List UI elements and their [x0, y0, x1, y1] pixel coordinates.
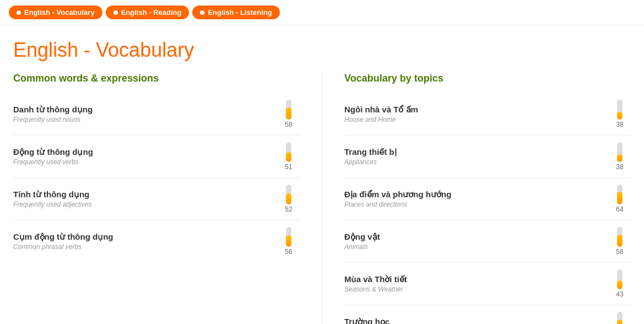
item-progress-0: 38	[609, 100, 631, 128]
progress-bar-1	[617, 142, 623, 162]
item-subtitle-2: Frequently used adjectives	[13, 201, 272, 208]
item-text-2: Tính từ thông dụng Frequently used adjec…	[13, 190, 272, 208]
progress-bar-0	[617, 100, 623, 120]
item-count-2: 52	[285, 206, 292, 213]
list-item-left-list-1[interactable]: Động từ thông dụng Frequently used verbs…	[13, 136, 300, 178]
progress-fill-3	[617, 235, 623, 247]
item-title-3: Động vật	[344, 232, 603, 242]
progress-fill-2	[617, 192, 623, 204]
tab-label-1: English - Reading	[121, 8, 182, 17]
list-item-right-list-0[interactable]: Ngôi nhà và Tổ ấm House and Home 38	[344, 93, 631, 136]
item-count-0: 38	[616, 121, 623, 128]
left-list: Danh từ thông dụng Frequently used nouns…	[13, 93, 300, 262]
item-count-1: 51	[285, 163, 292, 171]
item-count-3: 58	[616, 248, 623, 256]
right-section-heading: Vocabulary by topics	[344, 73, 631, 84]
item-text-5: Trường học School	[344, 317, 603, 324]
progress-bar-5	[617, 312, 623, 324]
item-subtitle-3: Common phrasal verbs	[13, 243, 272, 251]
list-item-right-list-1[interactable]: Trang thiết bị Appliances 38	[344, 136, 631, 178]
item-title-0: Ngôi nhà và Tổ ấm	[344, 105, 603, 115]
progress-fill-0	[617, 112, 623, 120]
progress-fill-1	[617, 154, 623, 162]
item-subtitle-4: Seasons & Weather	[344, 285, 603, 293]
tab-dot-2	[200, 10, 204, 15]
left-column: Common words & expressions Danh từ thông…	[13, 73, 322, 324]
progress-fill-3	[286, 235, 291, 247]
item-progress-1: 51	[278, 142, 300, 171]
item-title-0: Danh từ thông dụng	[13, 105, 272, 115]
tab-0[interactable]: English - Vocabulary	[9, 6, 102, 19]
item-title-2: Địa điểm và phương hướng	[344, 190, 603, 199]
tab-2[interactable]: English - Listening	[192, 6, 279, 19]
progress-bar-2	[286, 185, 291, 204]
item-text-4: Mùa và Thời tiết Seasons & Weather	[344, 274, 603, 293]
list-item-right-list-2[interactable]: Địa điểm và phương hướng Places and dire…	[344, 178, 631, 220]
list-item-right-list-5[interactable]: Trường học School 59	[344, 305, 631, 324]
progress-fill-4	[617, 280, 623, 289]
item-text-3: Cụm động từ thông dụng Common phrasal ve…	[13, 232, 272, 251]
list-item-right-list-4[interactable]: Mùa và Thời tiết Seasons & Weather 43	[344, 263, 631, 305]
list-item-left-list-2[interactable]: Tính từ thông dụng Frequently used adjec…	[13, 178, 300, 220]
item-progress-2: 52	[278, 185, 300, 213]
progress-bar-4	[617, 269, 623, 289]
item-title-5: Trường học	[344, 317, 603, 324]
progress-fill-0	[286, 107, 291, 120]
item-progress-2: 64	[609, 185, 631, 213]
item-subtitle-3: Animals	[344, 243, 603, 251]
item-count-1: 38	[616, 163, 623, 171]
progress-bar-3	[617, 227, 623, 247]
tab-1[interactable]: English - Reading	[106, 6, 190, 19]
item-progress-5: 59	[609, 312, 631, 324]
progress-fill-5	[617, 320, 623, 324]
item-text-1: Trang thiết bị Appliances	[344, 147, 603, 166]
item-progress-3: 58	[609, 227, 631, 256]
item-title-1: Động từ thông dụng	[13, 147, 272, 157]
progress-bar-0	[286, 100, 291, 120]
item-text-0: Danh từ thông dụng Frequently used nouns	[13, 105, 272, 123]
progress-bar-2	[617, 185, 623, 204]
item-progress-1: 38	[609, 142, 631, 171]
item-count-2: 64	[616, 206, 623, 213]
item-title-3: Cụm động từ thông dụng	[13, 232, 272, 242]
item-progress-4: 43	[609, 269, 631, 298]
progress-fill-1	[286, 152, 291, 162]
item-count-0: 58	[285, 121, 292, 128]
item-text-3: Động vật Animals	[344, 232, 603, 251]
tab-dot-0	[17, 10, 21, 15]
progress-fill-2	[286, 193, 291, 204]
main-columns: Common words & expressions Danh từ thông…	[0, 73, 644, 324]
item-subtitle-0: House and Home	[344, 116, 603, 123]
right-list: Ngôi nhà và Tổ ấm House and Home 38 Tran…	[344, 93, 631, 324]
item-text-1: Động từ thông dụng Frequently used verbs	[13, 147, 272, 166]
item-title-1: Trang thiết bị	[344, 147, 603, 157]
item-subtitle-0: Frequently used nouns	[13, 116, 272, 123]
list-item-right-list-3[interactable]: Động vật Animals 58	[344, 220, 631, 263]
tab-label-0: English - Vocabulary	[24, 8, 95, 17]
page-title: English - Vocabulary	[0, 25, 644, 73]
top-tabs: English - VocabularyEnglish - ReadingEng…	[0, 0, 644, 25]
list-item-left-list-0[interactable]: Danh từ thông dụng Frequently used nouns…	[13, 93, 300, 136]
right-column: Vocabulary by topics Ngôi nhà và Tổ ấm H…	[322, 73, 631, 324]
progress-bar-1	[286, 142, 291, 162]
progress-bar-3	[286, 227, 291, 247]
item-text-0: Ngôi nhà và Tổ ấm House and Home	[344, 105, 603, 123]
item-subtitle-1: Appliances	[344, 158, 603, 166]
tab-dot-1	[113, 10, 118, 15]
item-subtitle-2: Places and directions	[344, 201, 603, 208]
item-title-4: Mùa và Thời tiết	[344, 274, 603, 284]
item-text-2: Địa điểm và phương hướng Places and dire…	[344, 190, 603, 208]
item-subtitle-1: Frequently used verbs	[13, 158, 272, 166]
item-progress-3: 56	[278, 227, 300, 256]
left-section-heading: Common words & expressions	[13, 73, 300, 84]
item-count-4: 43	[616, 290, 623, 298]
tab-label-2: English - Listening	[208, 8, 272, 17]
list-item-left-list-3[interactable]: Cụm động từ thông dụng Common phrasal ve…	[13, 220, 300, 262]
item-progress-0: 58	[278, 100, 300, 128]
item-title-2: Tính từ thông dụng	[13, 190, 272, 199]
item-count-3: 56	[285, 248, 292, 256]
